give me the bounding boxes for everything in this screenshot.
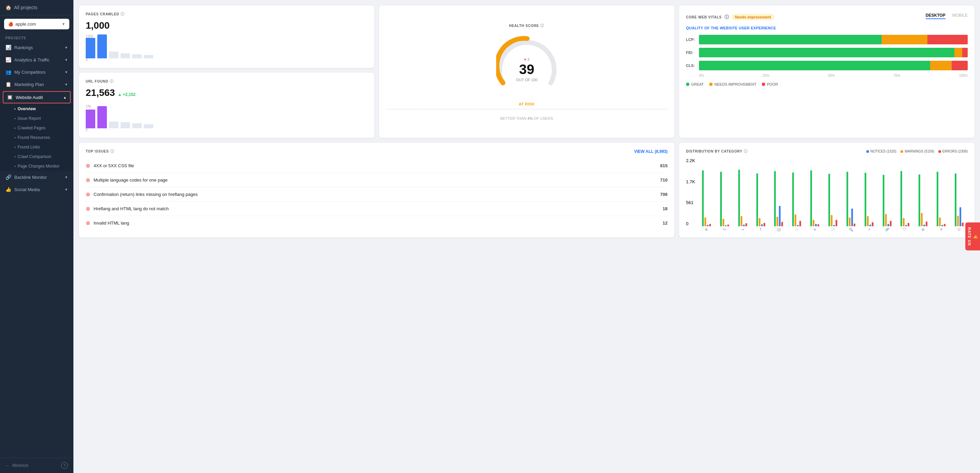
sidebar-item-backlink[interactable]: 🔗 Backlink Monitor ▼: [0, 171, 73, 183]
subnav-crawled-label: Crawled Pages: [18, 125, 45, 130]
fid-bar: [699, 48, 968, 57]
sidebar-item-rankings[interactable]: 📊 Rankings ▼: [0, 41, 73, 54]
cls-bar: [699, 61, 968, 70]
chevron-down-icon: ▼: [62, 22, 65, 26]
great-dot: [686, 83, 689, 86]
needs-improvement-dot: [709, 83, 713, 86]
chevron-icon: ▼: [65, 175, 68, 179]
help-icon[interactable]: ?: [61, 462, 68, 469]
bar: [109, 122, 118, 128]
cls-red-seg: [952, 61, 968, 70]
all-projects-label[interactable]: All projects: [14, 5, 37, 10]
red-bar: [709, 224, 711, 226]
warnings-dot: [900, 150, 903, 153]
issue-row: ⊗ Hreflang and HTML lang do not match 18: [86, 202, 668, 216]
cls-yellow-seg: [930, 61, 952, 70]
yellow-bar: [831, 215, 832, 226]
pages-crawled-chart: 1200 0: [86, 35, 368, 62]
info-icon[interactable]: ⓘ: [110, 149, 115, 154]
red-bar: [764, 223, 765, 226]
dist-x-icon: ⬜: [770, 228, 787, 232]
yellow-bar: [903, 218, 905, 226]
red-bar: [835, 220, 837, 226]
sidebar-item-competitors[interactable]: 👥 My Competitors ▼: [0, 66, 73, 78]
lcp-row: LCP:: [686, 35, 968, 44]
info-icon[interactable]: ⓘ: [121, 12, 125, 17]
yellow-bar: [939, 217, 941, 226]
sidebar-item-competitors-label: My Competitors: [14, 70, 45, 75]
sidebar-item-website-audit[interactable]: 🔲 Website Audit ▲: [3, 91, 71, 103]
subnav-crawl-comparison[interactable]: Crawl Comparison: [0, 152, 73, 162]
cwv-title: CORE WEB VITALS: [686, 15, 722, 19]
blue-bar: [959, 207, 961, 226]
distribution-card: DISTRIBUTION BY CATEGORY ⓘ NOTICES (1525…: [679, 143, 975, 238]
issues-list: ⊗ 4XX or 5XX CSS file 815 ⊗ Multiple lan…: [86, 159, 668, 230]
back-arrow-icon: ←: [5, 463, 10, 468]
rankings-icon: 📊: [5, 45, 11, 50]
info-icon[interactable]: ⓘ: [110, 79, 114, 84]
backlink-icon: 🔗: [5, 175, 11, 180]
fid-red-seg: [962, 48, 968, 57]
sidebar-item-marketing[interactable]: 📋 Marketing Plan ▼: [0, 78, 73, 90]
subnav-overview-label: Overview: [18, 106, 36, 111]
url-chart-top: 24k: [86, 105, 91, 108]
dist-bar-group: [896, 171, 913, 226]
sidebar-item-social[interactable]: 👍 Social Media ▼: [0, 183, 73, 195]
top-issues-card: TOP ISSUES ⓘ VIEW ALL (8,993) ⊗ 4XX or 5…: [79, 143, 675, 238]
bar: [121, 53, 130, 58]
info-icon[interactable]: ⓘ: [744, 149, 748, 154]
thumbs-up-icon: 👍: [974, 234, 978, 239]
chevron-icon: ▼: [65, 83, 68, 86]
cls-green-seg: [699, 61, 930, 70]
green-bar: [955, 173, 956, 226]
green-bar: [900, 171, 902, 226]
notices-dot: [866, 150, 869, 153]
blue-bar: [833, 225, 835, 226]
minimize-label: Minimize: [12, 463, 28, 468]
subnav-found-resources[interactable]: Found Resources: [0, 133, 73, 142]
red-bar: [926, 222, 928, 226]
info-icon[interactable]: ⓘ: [540, 23, 544, 28]
project-name: apple.com: [15, 22, 36, 27]
issue-row: ⊗ 4XX or 5XX CSS file 815: [86, 159, 668, 173]
red-bar: [799, 221, 801, 226]
subnav-issue-report[interactable]: Issue Report: [0, 114, 73, 123]
cwv-legend: GREAT NEEDS IMPROVEMENT POOR: [686, 82, 968, 86]
gauge-container: ♥ 3 39 OUT OF 100: [496, 35, 558, 97]
rate-us-button[interactable]: 👍 RATE US: [965, 222, 980, 251]
blue-bar: [869, 225, 871, 226]
subnav-crawl-label: Crawl Comparison: [18, 154, 52, 159]
dist-y-labels: 2.2K 1.7K 561 0: [686, 158, 695, 226]
url-found-value: 21,563: [86, 87, 115, 98]
subnav-found-links[interactable]: Found Links: [0, 142, 73, 152]
sidebar-item-social-label: Social Media: [14, 187, 40, 192]
subnav-page-changes[interactable]: Page Changes Monitor: [0, 162, 73, 171]
sidebar-item-analytics[interactable]: 📈 Analytics & Traffic ▼: [0, 54, 73, 66]
yellow-bar: [885, 214, 887, 226]
url-found-title: URL FOUND ⓘ: [86, 79, 368, 84]
lcp-yellow-seg: [882, 35, 928, 44]
cwv-tabs: DESKTOP MOBILE: [926, 13, 968, 19]
tab-desktop[interactable]: DESKTOP: [926, 13, 945, 19]
dist-bar-group: [698, 170, 715, 226]
url-chart-bottom: 0: [86, 128, 88, 132]
project-selector[interactable]: 🍎 apple.com ▼: [4, 19, 69, 29]
pages-crawled-value: 1,000: [86, 20, 368, 31]
competitors-icon: 👥: [5, 69, 11, 75]
lcp-green-seg: [699, 35, 882, 44]
view-all-link[interactable]: VIEW ALL (8,993): [634, 149, 668, 154]
subnav-crawled-pages[interactable]: Crawled Pages: [0, 123, 73, 133]
tab-mobile[interactable]: MOBILE: [952, 13, 968, 19]
lcp-bar: [699, 35, 968, 44]
yellow-bar: [813, 220, 815, 226]
svg-point-0: [525, 37, 530, 41]
red-bar: [818, 224, 819, 226]
subnav-overview[interactable]: Overview: [0, 104, 73, 114]
yellow-bar: [759, 218, 760, 226]
red-bar: [890, 221, 892, 226]
dist-bar-group: [770, 171, 787, 226]
dist-x-icon: ⚙: [698, 228, 715, 232]
dist-bar-group: [951, 173, 968, 226]
info-icon[interactable]: ⓘ: [725, 14, 729, 20]
sidebar-footer[interactable]: ← Minimize ?: [0, 458, 73, 473]
